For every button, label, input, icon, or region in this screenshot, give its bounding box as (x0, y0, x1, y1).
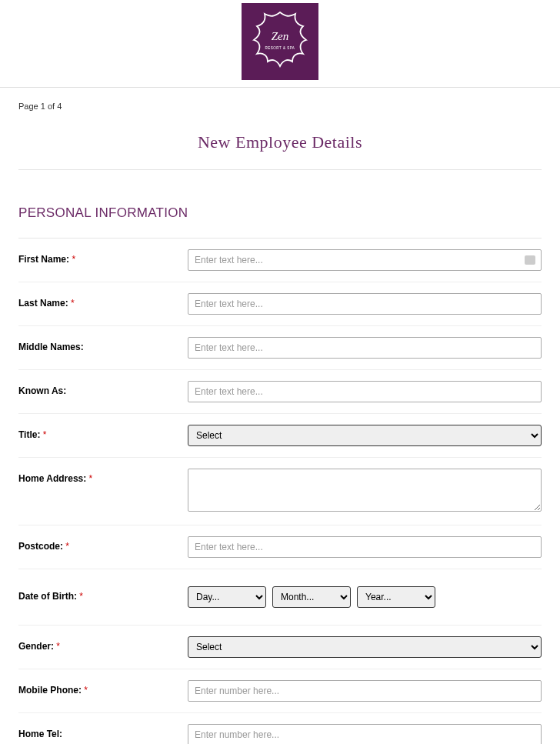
required-marker: * (84, 685, 88, 696)
dob-year-select[interactable]: Year... (357, 586, 435, 608)
section-title-personal: PERSONAL INFORMATION (18, 170, 542, 239)
label-text: Home Tel: (18, 729, 62, 739)
label-text: Mobile Phone: (18, 685, 82, 696)
field-row-home-address: Home Address: * (18, 458, 542, 525)
label-text: Known As: (18, 385, 66, 396)
page-indicator: Page 1 of 4 (18, 88, 542, 118)
label-home-address: Home Address: * (18, 469, 188, 484)
label-text: First Name: (18, 254, 69, 265)
dob-day-select[interactable]: Day... (188, 586, 266, 608)
logo-subtext: RESORT & SPA (265, 46, 295, 50)
label-mobile-phone: Mobile Phone: * (18, 680, 188, 696)
title-select[interactable]: Select (188, 425, 542, 446)
known-as-input[interactable] (188, 381, 542, 402)
label-gender: Gender: * (18, 636, 188, 652)
field-row-mobile-phone: Mobile Phone: * (18, 669, 542, 713)
label-text: Last Name: (18, 298, 68, 309)
label-postcode: Postcode: * (18, 536, 188, 552)
field-row-dob: Date of Birth: * Day... Month... Year... (18, 569, 542, 626)
field-row-known-as: Known As: (18, 370, 542, 414)
first-name-input[interactable] (188, 249, 542, 271)
logo-badge-icon: Zen RESORT & SPA (242, 3, 318, 80)
label-last-name: Last Name: * (18, 293, 188, 309)
gender-select[interactable]: Select (188, 636, 542, 658)
label-dob: Date of Birth: * (18, 586, 188, 602)
required-marker: * (89, 473, 93, 484)
dob-month-select[interactable]: Month... (272, 586, 351, 608)
label-first-name: First Name: * (18, 249, 188, 265)
label-middle-names: Middle Names: (18, 337, 188, 352)
label-text: Gender: (18, 641, 54, 652)
postcode-input[interactable] (188, 536, 542, 558)
field-row-last-name: Last Name: * (18, 282, 542, 326)
field-row-gender: Gender: * Select (18, 626, 542, 669)
field-row-middle-names: Middle Names: (18, 326, 542, 370)
form-title: New Employee Details (18, 118, 542, 170)
form-content: Page 1 of 4 New Employee Details PERSONA… (0, 88, 560, 744)
required-marker: * (71, 298, 75, 309)
field-row-title: Title: * Select (18, 414, 542, 458)
required-marker: * (65, 541, 69, 552)
label-title: Title: * (18, 425, 188, 440)
label-text: Home Address: (18, 473, 86, 484)
label-text: Title: (18, 429, 40, 440)
label-known-as: Known As: (18, 381, 188, 396)
mobile-phone-input[interactable] (188, 680, 542, 702)
label-text: Date of Birth: (18, 591, 77, 602)
required-marker: * (72, 254, 75, 265)
page-container: Zen RESORT & SPA Page 1 of 4 New Employe… (0, 0, 560, 744)
middle-names-input[interactable] (188, 337, 542, 359)
header: Zen RESORT & SPA (0, 0, 560, 88)
field-row-first-name: First Name: * (18, 239, 542, 282)
field-row-postcode: Postcode: * (18, 525, 542, 569)
label-home-tel: Home Tel: (18, 724, 188, 739)
required-marker: * (43, 429, 47, 440)
label-text: Middle Names: (18, 342, 84, 352)
brand-logo: Zen RESORT & SPA (242, 3, 318, 80)
home-tel-input[interactable] (188, 724, 542, 744)
logo-brand-text: Zen (272, 30, 289, 42)
label-text: Postcode: (18, 541, 63, 552)
home-address-textarea[interactable] (188, 469, 542, 512)
required-marker: * (56, 641, 60, 652)
field-row-home-tel: Home Tel: (18, 713, 542, 744)
last-name-input[interactable] (188, 293, 542, 315)
required-marker: * (79, 591, 83, 602)
